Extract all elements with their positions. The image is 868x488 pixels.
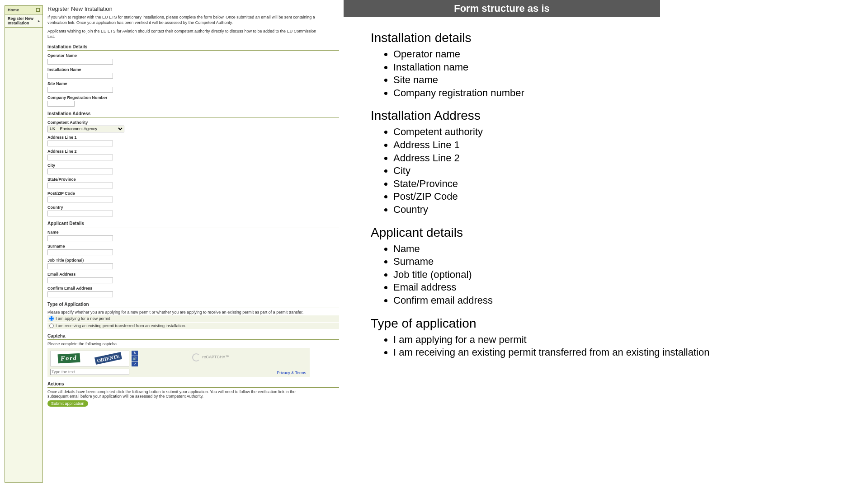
label-confirm-email: Confirm Email Address [47,286,339,291]
input-name[interactable] [47,235,113,241]
recaptcha-logo: reCAPTCHA™ [192,353,230,361]
help-icon[interactable]: ? [132,361,138,366]
label-address-line-2: Address Line 2 [47,149,339,154]
label-site-name: Site Name [47,81,339,86]
label-installation-name: Installation Name [47,67,339,72]
captcha-word-1: Ford [58,353,80,364]
audio-icon[interactable]: 🔊 [132,356,138,361]
captcha-privacy-link[interactable]: Privacy & Terms [277,371,306,375]
input-site-name[interactable] [47,87,113,93]
outline-notes: Installation details Operator name Insta… [344,17,868,359]
section-captcha: Captcha [47,333,339,340]
annotation-panel: Form structure as is Installation detail… [344,0,868,488]
label-competent-authority: Competent Authority [47,120,339,125]
radio-new-permit[interactable] [49,316,54,321]
nav-register[interactable]: Register New Installation ▸ [5,14,42,28]
input-state[interactable] [47,183,113,188]
label-zip: Post/ZIP Code [47,191,339,196]
outline-item: I am receiving an existing permit transf… [393,346,868,359]
outline-item: Address Line 2 [393,152,868,165]
input-email[interactable] [47,277,113,283]
outline-item: Address Line 1 [393,139,868,152]
outline-item: State/Province [393,178,868,191]
input-address-line-1[interactable] [47,141,113,146]
captcha-image: Ford ORIENTE [50,351,129,366]
section-installation-address: Installation Address [47,111,339,117]
square-icon [36,8,40,12]
outline-item: Country [393,203,868,216]
input-zip[interactable] [47,197,113,202]
input-job-title[interactable] [47,263,113,269]
outline-item: Confirm email address [393,294,868,307]
label-name: Name [47,230,339,235]
outline-heading-applicant: Applicant details [371,225,868,240]
radio-existing-permit-label: I am receiving an existing permit transf… [56,324,186,328]
page-title: Register New Installation [47,5,339,12]
outline-list-applicant: Name Surname Job title (optional) Email … [371,243,868,307]
outline-item: Job title (optional) [393,268,868,282]
input-company-registration-number[interactable] [47,101,75,107]
label-email: Email Address [47,272,339,277]
label-operator-name: Operator Name [47,53,339,58]
radio-new-permit-label: I am applying for a new permit [56,316,110,321]
input-address-line-2[interactable] [47,155,113,160]
chevron-right-icon: ▸ [38,19,40,23]
label-company-registration-number: Company Registration Number [47,95,339,100]
captcha-box: Ford ORIENTE ↻ 🔊 ? reCAPTCHA™ Privacy & … [47,348,310,377]
outline-item: Competent authority [393,126,868,139]
radio-existing-permit[interactable] [49,324,54,328]
outline-list-type: I am applying for a new permit I am rece… [371,333,868,359]
intro-text-1: If you wish to register with the EU ETS … [47,15,319,25]
outline-heading-type: Type of application [371,316,868,331]
input-installation-name[interactable] [47,73,113,79]
section-installation-details: Installation Details [47,44,339,51]
refresh-icon[interactable]: ↻ [132,351,138,356]
input-country[interactable] [47,211,113,216]
radio-row-existing-permit[interactable]: I am receiving an existing permit transf… [47,323,339,329]
captcha-input[interactable] [50,369,129,375]
section-actions: Actions [47,381,339,388]
type-note: Please specify whether you are applying … [47,310,339,314]
nav-home-label: Home [8,8,19,12]
outline-item: Email address [393,281,868,294]
intro-text-2: Applicants wishing to join the EU ETS fo… [47,29,319,39]
captcha-buttons: ↻ 🔊 ? [132,351,138,366]
nav-home[interactable]: Home [5,6,42,14]
label-country: Country [47,205,339,210]
label-job-title: Job Title (optional) [47,258,339,263]
label-address-line-1: Address Line 1 [47,135,339,140]
section-applicant-details: Applicant Details [47,221,339,227]
banner-title: Form structure as is [344,0,660,17]
nav-register-label: Register New Installation [8,16,38,25]
label-surname: Surname [47,244,339,249]
side-nav: Home Register New Installation ▸ [5,5,43,483]
label-city: City [47,163,339,168]
submit-button[interactable]: Submit application [47,400,88,407]
outline-item: Operator name [393,48,868,61]
label-state: State/Province [47,177,339,182]
outline-item: I am applying for a new permit [393,333,868,347]
outline-item: Installation name [393,61,868,74]
outline-list-address: Competent authority Address Line 1 Addre… [371,126,868,216]
outline-item: Name [393,243,868,256]
input-city[interactable] [47,169,113,174]
input-operator-name[interactable] [47,59,113,65]
outline-item: Company registration number [393,87,868,100]
outline-item: City [393,164,868,178]
form-screenshot: Home Register New Installation ▸ Registe… [0,0,344,488]
outline-list-installation: Operator name Installation name Site nam… [371,48,868,99]
outline-item: Surname [393,255,868,268]
recaptcha-icon [192,353,200,361]
input-surname[interactable] [47,249,113,255]
actions-note: Once all details have been completed cli… [47,389,310,399]
captcha-word-2: ORIENTE [94,352,122,365]
recaptcha-label: reCAPTCHA™ [203,355,230,359]
outline-heading-installation: Installation details [371,31,868,45]
outline-item: Post/ZIP Code [393,190,868,203]
select-competent-authority[interactable]: UK – Environment Agency [47,126,124,132]
form-area: Register New Installation If you wish to… [43,5,339,483]
input-confirm-email[interactable] [47,291,113,297]
outline-item: Site name [393,74,868,87]
captcha-note: Please complete the following captcha. [47,342,339,346]
radio-row-new-permit[interactable]: I am applying for a new permit [47,315,339,322]
